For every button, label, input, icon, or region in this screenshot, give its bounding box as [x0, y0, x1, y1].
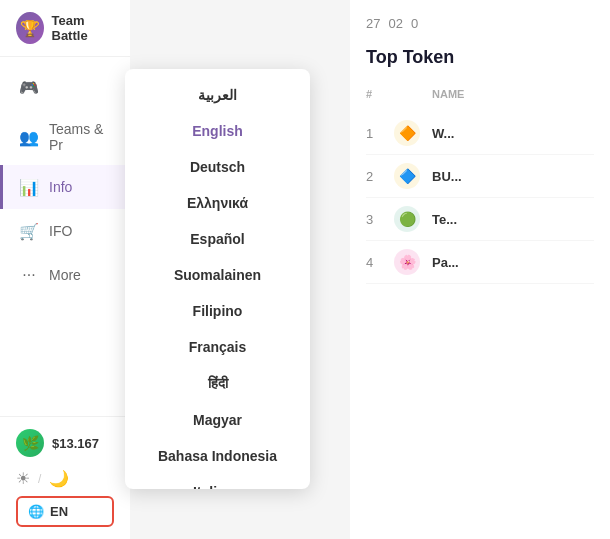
token-icon: 🔷: [394, 163, 420, 189]
teams-label: Teams & Pr: [49, 121, 114, 153]
col-name: NAME: [432, 88, 594, 100]
token-name: Te...: [432, 212, 594, 227]
ifo-icon: 🛒: [19, 221, 39, 241]
token-rows: 1 🔶 W... 2 🔷 BU... 3 🟢 Te... 4 🌸 Pa...: [366, 112, 594, 284]
token-name: W...: [432, 126, 594, 141]
token-icon: 🔶: [394, 120, 420, 146]
date-3: 0: [411, 16, 418, 31]
user-balance: 🌿 $13.167: [16, 429, 114, 457]
theme-controls: ☀ / 🌙: [16, 469, 114, 488]
token-table-header: # NAME: [366, 84, 594, 104]
lang-item-ar[interactable]: العربية: [125, 77, 310, 113]
theme-divider: /: [38, 472, 41, 486]
token-name: BU...: [432, 169, 594, 184]
token-num: 4: [366, 255, 386, 270]
user-avatar: 🌿: [16, 429, 44, 457]
token-num: 3: [366, 212, 386, 227]
lang-item-fr[interactable]: Français: [125, 329, 310, 365]
sidebar-item-info[interactable]: 📊 Info: [0, 165, 130, 209]
sidebar-logo: 🏆 Team Battle: [0, 0, 130, 57]
date-1: 27: [366, 16, 380, 31]
lang-item-el[interactable]: Ελληνικά: [125, 185, 310, 221]
lang-item-hu[interactable]: Magyar: [125, 402, 310, 438]
teams-icon: 👥: [19, 127, 39, 147]
token-row[interactable]: 2 🔷 BU...: [366, 155, 594, 198]
info-label: Info: [49, 179, 72, 195]
language-code: EN: [50, 504, 68, 519]
info-icon: 📊: [19, 177, 39, 197]
sidebar-item-ifo[interactable]: 🛒 IFO: [0, 209, 130, 253]
lang-item-fil[interactable]: Filipino: [125, 293, 310, 329]
token-num: 2: [366, 169, 386, 184]
top-tokens-panel: 27 02 0 Top Token # NAME 1 🔶 W... 2 🔷 BU…: [350, 0, 610, 539]
language-dropdown: العربيةEnglishDeutschΕλληνικάEspañolSuom…: [125, 69, 310, 489]
token-name: Pa...: [432, 255, 594, 270]
ifo-label: IFO: [49, 223, 72, 239]
sidebar: 🏆 Team Battle 🎮 👥 Teams & Pr 📊 Info 🛒 IF…: [0, 0, 130, 539]
globe-icon: 🌐: [28, 504, 44, 519]
more-label: More: [49, 267, 81, 283]
sidebar-item-collectibles[interactable]: 🎮: [0, 65, 130, 109]
language-list: العربيةEnglishDeutschΕλληνικάEspañolSuom…: [125, 69, 310, 489]
collectibles-icon: 🎮: [19, 77, 39, 97]
col-num: #: [366, 88, 386, 100]
lang-item-hi[interactable]: हिंदी: [125, 365, 310, 402]
token-row[interactable]: 4 🌸 Pa...: [366, 241, 594, 284]
logo-icon: 🏆: [16, 12, 44, 44]
token-icon: 🟢: [394, 206, 420, 232]
sidebar-nav: 🎮 👥 Teams & Pr 📊 Info 🛒 IFO ··· More: [0, 57, 130, 416]
lang-item-de[interactable]: Deutsch: [125, 149, 310, 185]
balance-amount: $13.167: [52, 436, 99, 451]
token-num: 1: [366, 126, 386, 141]
sidebar-item-teams[interactable]: 👥 Teams & Pr: [0, 109, 130, 165]
date-row: 27 02 0: [366, 16, 594, 31]
more-icon: ···: [19, 265, 39, 285]
sidebar-bottom: 🌿 $13.167 ☀ / 🌙 🌐 EN: [0, 416, 130, 539]
logo-text: Team Battle: [52, 13, 115, 43]
lang-item-id[interactable]: Bahasa Indonesia: [125, 438, 310, 474]
language-button[interactable]: 🌐 EN: [16, 496, 114, 527]
sun-icon[interactable]: ☀: [16, 469, 30, 488]
date-2: 02: [388, 16, 402, 31]
lang-item-es[interactable]: Español: [125, 221, 310, 257]
lang-item-it[interactable]: Italiano: [125, 474, 310, 489]
moon-icon[interactable]: 🌙: [49, 469, 69, 488]
token-row[interactable]: 1 🔶 W...: [366, 112, 594, 155]
token-icon: 🌸: [394, 249, 420, 275]
top-tokens-title: Top Token: [366, 47, 594, 68]
sidebar-item-more[interactable]: ··· More: [0, 253, 130, 297]
lang-item-fi[interactable]: Suomalainen: [125, 257, 310, 293]
lang-item-en[interactable]: English: [125, 113, 310, 149]
token-row[interactable]: 3 🟢 Te...: [366, 198, 594, 241]
